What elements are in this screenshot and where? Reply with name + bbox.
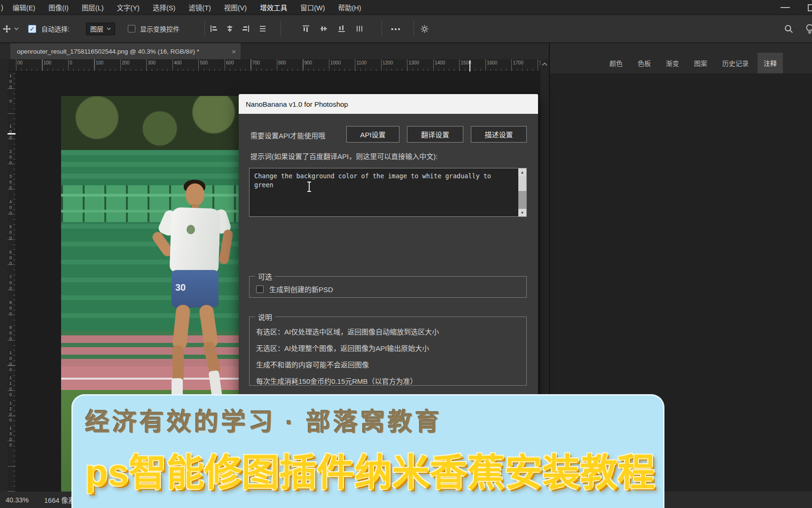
panel-tab[interactable]: 颜色	[603, 53, 629, 73]
ruler-number: 1500	[460, 59, 486, 71]
menu-item[interactable]: 窗口(W)	[294, 2, 331, 12]
menu-item[interactable]: 选择(S)	[146, 2, 182, 12]
left-edge-strip	[0, 59, 8, 492]
ruler-number: 300	[8, 172, 16, 198]
menu-bar: ) 编辑(E)图像(I)图层(L)文字(Y)选择(S)滤镜(T)视图(V)增效工…	[0, 0, 812, 15]
tutorial-banner: 经济有效的学习 · 部落窝教育 ps智能修图插件纳米香蕉安装教程	[71, 394, 664, 508]
banner-title: ps智能修图插件纳米香蕉安装教程	[85, 442, 655, 496]
ruler-number: 300	[147, 59, 173, 71]
ruler-cursor-marker-horizontal	[469, 60, 470, 71]
new-psd-checkbox[interactable]	[256, 286, 264, 293]
show-transform-label: 显示变换控件	[140, 15, 180, 42]
lightbulb-icon[interactable]	[804, 15, 812, 42]
scrollbar-thumb[interactable]	[518, 176, 526, 191]
more-options-icon[interactable]: •••	[391, 15, 401, 42]
divider	[281, 21, 281, 37]
banner-subtitle: 经济有效的学习 · 部落窝教育	[85, 402, 442, 437]
panel-tab[interactable]: 注释	[757, 53, 783, 73]
panel-tab[interactable]: 渐变	[660, 53, 685, 73]
menu-item[interactable]: 增效工具	[253, 2, 294, 12]
ruler-number: 200	[8, 147, 16, 173]
align-middle-vertical-icon[interactable]	[320, 15, 328, 42]
dialog-title-bar[interactable]: NanoBanana v1.0 for Photoshop	[239, 94, 538, 114]
distribute-vertical-icon[interactable]	[356, 15, 363, 42]
ruler-number: 1200	[8, 399, 16, 424]
describe-settings-button[interactable]: 描述设置	[471, 126, 527, 143]
photoshop-window: ) 编辑(E)图像(I)图层(L)文字(Y)选择(S)滤镜(T)视图(V)增效工…	[0, 0, 812, 508]
ruler-number: 1200	[381, 59, 407, 71]
ruler-number: 400	[172, 59, 199, 71]
checkmark-icon: ✓	[28, 25, 36, 33]
ruler-number: 500	[199, 59, 225, 71]
api-hint-text: 需要设置API才能使用哦	[250, 130, 325, 140]
prompt-text[interactable]: Change the background color of the image…	[250, 168, 518, 216]
api-settings-button[interactable]: API设置	[346, 126, 399, 143]
photo-trees-layer	[61, 96, 241, 150]
panel-tab[interactable]: 历史记录	[716, 53, 755, 73]
ruler-number: 1300	[407, 59, 434, 71]
textarea-scrollbar[interactable]: ▲ ▼	[518, 168, 526, 216]
ruler-number: 700	[251, 59, 277, 71]
ruler-number: 1100	[8, 373, 16, 399]
document-tab[interactable]: openrouter_result_1758116502544.png @ 40…	[10, 43, 241, 59]
tool-preset-chevron-icon[interactable]	[14, 15, 19, 42]
player-right-arm	[219, 229, 233, 265]
player-jersey	[170, 207, 221, 274]
optional-fieldset: 可选 生成到创建的新PSD	[249, 271, 527, 298]
ruler-number: 600	[225, 59, 251, 71]
divider	[382, 21, 382, 37]
panel-tab[interactable]: 色板	[632, 53, 657, 73]
menu-items: 编辑(E)图像(I)图层(L)文字(Y)选择(S)滤镜(T)视图(V)增效工具窗…	[6, 2, 368, 12]
horizontal-ruler[interactable]: 0010001002003004005006007008009001000110…	[16, 59, 540, 71]
menu-item[interactable]: 图像(I)	[42, 2, 75, 12]
new-psd-checkbox-label: 生成到创建的新PSD	[269, 284, 333, 294]
panel-tab[interactable]: 图案	[688, 53, 713, 73]
minimize-icon[interactable]	[781, 7, 790, 8]
player-head	[186, 183, 204, 206]
align-top-icon[interactable]	[302, 15, 310, 42]
player-left-thigh	[172, 304, 191, 350]
auto-select-dropdown[interactable]: 图层	[86, 15, 115, 42]
prompt-textarea[interactable]: Change the background color of the image…	[249, 168, 527, 217]
chevron-up-icon[interactable]	[542, 62, 547, 66]
align-bottom-icon[interactable]	[338, 15, 345, 42]
menu-item[interactable]: 视图(V)	[218, 2, 253, 12]
divider	[204, 21, 205, 37]
ruler-number: 00	[16, 59, 42, 71]
translate-settings-button[interactable]: 翻译设置	[407, 126, 463, 143]
scroll-down-icon[interactable]: ▼	[518, 209, 526, 216]
document-tab-strip: openrouter_result_1758116502544.png @ 40…	[0, 43, 549, 59]
player-shorts-number: 30	[175, 282, 186, 293]
note-line: 每次生成消耗150金币约0.15元RMB（以官方为准）	[256, 373, 526, 389]
zoom-level-field[interactable]: 40.33%	[0, 496, 39, 504]
close-icon[interactable]: ×	[227, 48, 236, 56]
ruler-number: 100	[42, 59, 69, 71]
align-center-horizontal-icon[interactable]	[226, 15, 234, 42]
menu-item-file-partial[interactable]: )	[0, 4, 6, 11]
ruler-number: 800	[8, 298, 16, 324]
auto-select-checkbox[interactable]: ✓	[28, 15, 36, 42]
align-left-icon[interactable]	[210, 15, 218, 42]
ruler-number: 1600	[485, 59, 512, 71]
menu-item[interactable]: 帮助(H)	[332, 2, 368, 12]
search-icon[interactable]	[784, 15, 794, 42]
menu-item[interactable]: 编辑(E)	[6, 2, 42, 12]
scroll-up-icon[interactable]: ▲	[518, 168, 526, 176]
document-title: openrouter_result_1758116502544.png @ 40…	[17, 48, 227, 55]
gear-icon[interactable]	[420, 15, 429, 42]
menu-item[interactable]: 文字(Y)	[110, 2, 146, 12]
align-right-icon[interactable]	[242, 15, 250, 42]
ruler-number: 900	[8, 323, 16, 349]
notes-fieldset: 说明 有选区：AI仅处理选中区域，返回图像自动缩放到选区大小无选区：AI处理整个…	[249, 312, 527, 386]
move-tool-icon[interactable]	[3, 15, 11, 42]
text-cursor-icon	[309, 183, 310, 191]
menu-item[interactable]: 滤镜(T)	[182, 2, 218, 12]
ruler-number: 700	[8, 273, 16, 298]
show-transform-checkbox[interactable]	[128, 15, 135, 42]
notes-legend: 说明	[255, 312, 275, 322]
distribute-horizontal-icon[interactable]	[259, 15, 266, 42]
menu-item[interactable]: 图层(L)	[75, 2, 110, 12]
optional-legend: 可选	[255, 271, 275, 281]
ruler-number: 500	[8, 222, 16, 248]
maximize-icon[interactable]	[808, 4, 812, 11]
